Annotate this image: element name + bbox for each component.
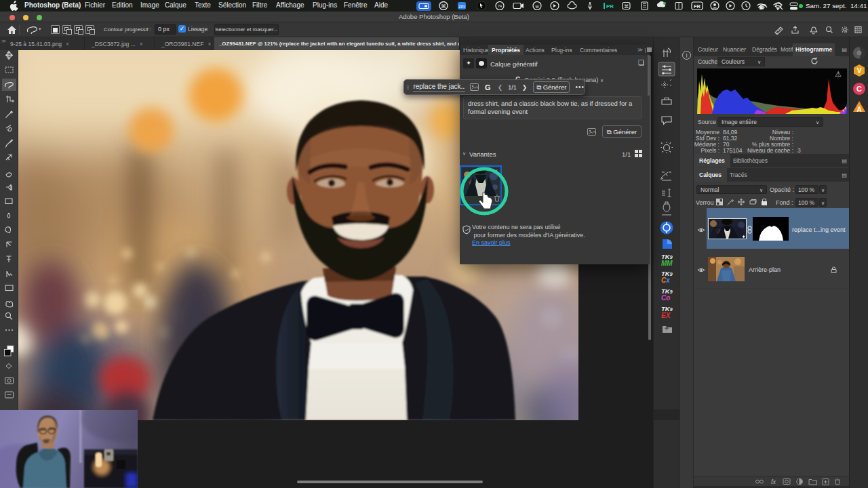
svg-text:FR: FR <box>694 3 701 9</box>
svg-text:fx: fx <box>771 479 776 485</box>
svg-text:A: A <box>856 106 861 113</box>
svg-text:V: V <box>857 67 862 75</box>
svg-text:EX: EX <box>661 312 671 319</box>
svg-text:⌘: ⌘ <box>624 4 629 9</box>
svg-text:74: 74 <box>498 4 502 8</box>
svg-text:PR: PR <box>606 3 614 9</box>
svg-text:Cx: Cx <box>661 277 670 284</box>
svg-text:zm: zm <box>458 4 465 9</box>
svg-text:Co: Co <box>661 294 670 302</box>
svg-text:w: w <box>534 4 539 9</box>
svg-text:MM: MM <box>661 260 673 267</box>
svg-text:C: C <box>856 85 862 93</box>
svg-text:⌘: ⌘ <box>441 3 446 9</box>
